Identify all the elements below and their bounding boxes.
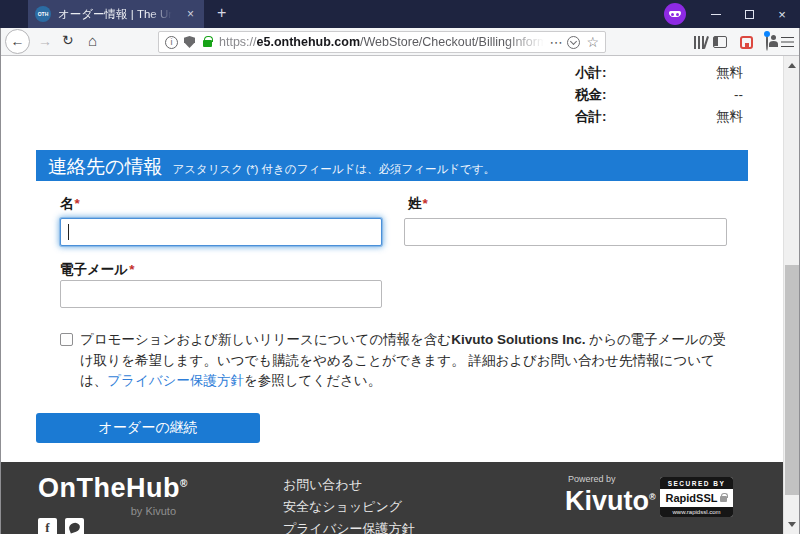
browser-tab[interactable]: OTH オーダー情報 | The University of × <box>28 0 204 28</box>
minimize-button[interactable] <box>700 0 732 28</box>
summary-row-tax: 税金: -- <box>575 84 743 106</box>
bookmark-star-icon[interactable]: ☆ <box>586 34 599 50</box>
newsletter-text-before: プロモーションおよび新しいリリースについての情報を含む <box>80 332 451 347</box>
subtotal-label: 小計: <box>575 62 607 84</box>
footer-links: お問い合わせ 安全なショッピング プライバシー保護方針 <box>283 474 415 534</box>
required-asterisk: * <box>75 196 80 211</box>
rapidssl-seal[interactable]: SECURED BY RapidSSL www.rapidssl.com <box>660 477 733 517</box>
vertical-scrollbar[interactable] <box>783 56 800 534</box>
scroll-down-icon[interactable] <box>788 522 796 527</box>
tracking-shield-icon[interactable] <box>184 36 195 48</box>
last-name-input[interactable] <box>404 218 727 246</box>
required-asterisk: * <box>423 196 428 211</box>
email-label: 電子メール* <box>60 261 134 279</box>
last-name-label: 姓* <box>408 195 428 213</box>
tab-title: オーダー情報 | The University of <box>58 7 172 22</box>
new-tab-button[interactable]: + <box>211 2 232 24</box>
toolbar-right-icons <box>694 28 794 56</box>
seal-secured-by: SECURED BY <box>660 477 733 489</box>
url-bar[interactable]: i https://e5.onthehub.com/WebStore/Check… <box>158 31 606 53</box>
text-caret <box>68 224 69 240</box>
scroll-up-icon[interactable] <box>788 63 796 68</box>
url-text: https://e5.onthehub.com/WebStore/Checkou… <box>219 35 544 49</box>
home-button[interactable]: ⌂ <box>88 32 97 49</box>
extension-icon[interactable] <box>740 36 753 49</box>
registered-mark: ® <box>180 478 188 489</box>
notification-dot <box>764 31 770 37</box>
footer-link-safe-shopping[interactable]: 安全なショッピング <box>283 496 415 518</box>
url-domain: e5.onthehub.com <box>257 35 360 49</box>
footer-link-contact[interactable]: お問い合わせ <box>283 474 415 496</box>
scrollbar-thumb[interactable] <box>785 265 800 495</box>
account-button[interactable] <box>766 33 768 51</box>
url-path: /WebStore/Checkout/BillingInformation <box>360 35 544 49</box>
first-name-input[interactable] <box>60 218 382 246</box>
back-button[interactable]: ← <box>5 29 30 54</box>
seal-name: RapidSSL <box>666 492 718 504</box>
library-icon[interactable] <box>694 36 696 49</box>
email-input[interactable] <box>60 280 382 308</box>
titlebar: OTH オーダー情報 | The University of × + × <box>0 0 800 28</box>
forward-button[interactable]: → <box>38 33 52 49</box>
browser-window: OTH オーダー情報 | The University of × + × ← →… <box>0 0 800 534</box>
kivuto-logo: Powered by Kivuto® <box>565 474 656 514</box>
powered-by-label: Powered by <box>565 474 656 484</box>
total-value: 無料 <box>716 106 743 128</box>
url-protocol: https:// <box>219 35 257 49</box>
page-footer: OnTheHub® by Kivuto f お問い合わせ 安全なショッピング プ… <box>0 462 783 534</box>
section-subtitle: アスタリスク (*) 付きのフィールドは、必須フィールドです。 <box>172 162 495 177</box>
sidebar-icon[interactable] <box>713 36 727 48</box>
window-border-left <box>0 28 1 534</box>
browser-toolbar: ← → ↻ ⌂ i https://e5.onthehub.com/WebSto… <box>0 28 800 56</box>
onthehub-logo[interactable]: OnTheHub® <box>38 473 188 504</box>
order-summary: 小計: 無料 税金: -- 合計: 無料 <box>575 62 743 128</box>
required-asterisk: * <box>129 262 134 277</box>
registered-mark: ® <box>649 492 656 502</box>
summary-row-total: 合計: 無料 <box>575 106 743 128</box>
continue-order-button[interactable]: オーダーの継続 <box>36 413 260 443</box>
window-close-button[interactable]: × <box>766 0 798 28</box>
total-label: 合計: <box>575 106 607 128</box>
newsletter-checkbox[interactable] <box>60 333 73 346</box>
subtotal-value: 無料 <box>716 62 743 84</box>
first-name-label: 名* <box>60 195 80 213</box>
https-lock-icon[interactable] <box>203 40 212 47</box>
section-title: 連絡先の情報 <box>48 154 162 180</box>
reload-button[interactable]: ↻ <box>62 32 74 48</box>
pocket-icon[interactable] <box>567 36 580 49</box>
twitter-icon[interactable] <box>65 518 84 534</box>
page-info-icon[interactable]: i <box>165 36 178 49</box>
social-icons: f <box>38 518 84 534</box>
facebook-icon[interactable]: f <box>38 518 57 534</box>
tab-close-icon[interactable]: × <box>184 6 197 22</box>
page-content: 小計: 無料 税金: -- 合計: 無料 連絡先の情報 アスタリスク (*) 付… <box>0 56 800 534</box>
private-browsing-icon <box>664 3 686 25</box>
seal-site: www.rapidssl.com <box>660 507 733 517</box>
newsletter-optin: プロモーションおよび新しいリリースについての情報を含むKivuto Soluti… <box>60 330 730 392</box>
tax-label: 税金: <box>575 84 607 106</box>
maximize-button[interactable] <box>733 0 765 28</box>
brand-byline: by Kivuto <box>38 505 176 517</box>
newsletter-company: Kivuto Solutions Inc. <box>451 332 585 347</box>
tax-value: -- <box>734 84 743 106</box>
menu-icon[interactable] <box>781 37 794 39</box>
newsletter-text-after: を参照してください。 <box>244 373 381 388</box>
contact-info-header: 連絡先の情報 アスタリスク (*) 付きのフィールドは、必須フィールドです。 <box>36 150 748 181</box>
footer-link-privacy[interactable]: プライバシー保護方針 <box>283 518 415 534</box>
page-actions-icon[interactable]: ⋯ <box>549 35 562 50</box>
favicon-icon: OTH <box>35 6 51 22</box>
seal-lock-icon <box>720 496 727 502</box>
summary-row-subtotal: 小計: 無料 <box>575 62 743 84</box>
privacy-policy-link[interactable]: プライバシー保護方針 <box>107 373 244 388</box>
